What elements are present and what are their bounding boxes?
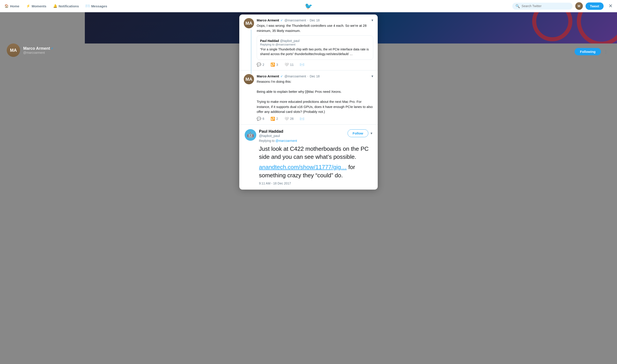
- nav-right: 🔍 M Tweet ✕: [512, 2, 613, 10]
- tweet-header-2: Marco Arment ✓ @marcoarment · Dec 18 ▾: [257, 74, 373, 78]
- quote-author-1: Paul Haddad: [260, 39, 279, 43]
- marco-avatar-image-1: MA: [244, 18, 254, 28]
- like-count-2: 26: [290, 117, 294, 120]
- like-button-2[interactable]: 🤍 26: [284, 117, 294, 121]
- tweet-button[interactable]: Tweet: [586, 2, 604, 10]
- tweet-content-1: Marco Arment ✓ @marcoarment · Dec 18 ▾ O…: [257, 18, 373, 67]
- like-icon-1: 🤍: [284, 63, 289, 67]
- reply-to-handle-link[interactable]: @marcoarment: [275, 139, 297, 143]
- twitter-logo[interactable]: 🐦: [305, 2, 312, 10]
- tweet-author-handle-2: @marcoarment: [284, 75, 306, 78]
- reply-icon-2: 💬: [257, 117, 261, 121]
- paul-tweet-link[interactable]: anandtech.com/show/11777/gig…: [259, 164, 347, 170]
- paul-tweet-text: Just look at C422 motherboards on the PC…: [259, 145, 372, 180]
- paul-avatar-image: 🤖: [245, 129, 256, 141]
- follow-button-paul[interactable]: Follow: [348, 129, 369, 137]
- quote-text-1: “For a single Thunderbolt chip with two …: [260, 47, 370, 56]
- like-count-1: 11: [290, 63, 294, 66]
- tweet-caret-2[interactable]: ▾: [371, 74, 373, 78]
- retweet-button-1[interactable]: 🔁 3: [270, 63, 278, 67]
- dm-icon-2: ✉️: [300, 117, 304, 121]
- messages-icon: ✉️: [85, 4, 90, 8]
- paul-reply-to: Replying to @marcoarment: [259, 139, 372, 143]
- tweet-date-1: Dec 18: [310, 18, 320, 22]
- paul-action-area: Follow ▾: [348, 129, 373, 137]
- modal-overlay: MA Marco Arment ✓ @marcoarment · Dec 18 …: [0, 12, 617, 364]
- tweet-author-name-2: Marco Arment: [257, 74, 279, 78]
- search-icon: 🔍: [515, 4, 520, 8]
- marco-avatar-image-2: MA: [244, 74, 254, 84]
- dm-button-1[interactable]: ✉️: [300, 63, 304, 67]
- tweet-author-handle-1: @marcoarment: [284, 18, 306, 22]
- retweet-icon-1: 🔁: [270, 63, 275, 67]
- tweet-verified-2: ✓: [280, 75, 283, 78]
- reply-button-1[interactable]: 💬 2: [257, 63, 264, 67]
- reply-to-label: Replying to: [259, 139, 275, 143]
- twitter-bird-icon: 🐦: [305, 3, 312, 10]
- tweet-thread-modal: MA Marco Arment ✓ @marcoarment · Dec 18 …: [239, 14, 378, 190]
- nav-home[interactable]: 🏠 Home: [4, 4, 19, 8]
- retweet-button-2[interactable]: 🔁 2: [270, 117, 278, 121]
- nav-home-label: Home: [10, 4, 19, 8]
- quote-box-1: Paul Haddad @tapbot_paul Replying to @ma…: [257, 36, 373, 60]
- tweet-text-2: Reasons I'm doing this: Being able to ex…: [257, 79, 373, 114]
- tweet-avatar-paul[interactable]: 🤖: [245, 129, 256, 141]
- nav-messages-label: Messages: [91, 4, 107, 8]
- nav-moments[interactable]: ⚡ Moments: [26, 4, 46, 8]
- paul-author-info: Paul Haddad @tapbot_paul: [259, 129, 283, 138]
- retweet-count-2: 2: [276, 117, 278, 120]
- like-button-1[interactable]: 🤍 11: [284, 63, 294, 67]
- user-avatar[interactable]: M: [575, 2, 583, 10]
- page-background: MA Marco Arment ✓ @marcoarment Following…: [0, 12, 617, 364]
- reply-icon-1: 💬: [257, 63, 261, 67]
- tweet-header-1: Marco Arment ✓ @marcoarment · Dec 18 ▾: [257, 18, 373, 22]
- notifications-icon: 🔔: [53, 4, 57, 8]
- thread-line-1: [251, 30, 251, 74]
- nav-moments-label: Moments: [32, 4, 46, 8]
- paul-handle: @tapbot_paul: [259, 134, 283, 138]
- nav-messages[interactable]: ✉️ Messages: [85, 4, 107, 8]
- tweet-caret-1[interactable]: ▾: [371, 18, 373, 22]
- tweet-text-line-3: Trying to make more educated predictions…: [257, 99, 373, 114]
- dm-icon-1: ✉️: [300, 63, 304, 67]
- tweet-text-line-1: Reasons I'm doing this:: [257, 79, 373, 84]
- paul-text-link-line: anandtech.com/show/11777/gig… for someth…: [259, 163, 372, 179]
- dm-button-2[interactable]: ✉️: [300, 117, 304, 121]
- search-box[interactable]: 🔍: [512, 3, 573, 10]
- tweet-avatar-marco-2[interactable]: MA: [244, 74, 254, 84]
- nav-left: 🏠 Home ⚡ Moments 🔔 Notifications ✉️ Mess…: [4, 4, 107, 8]
- tweet-author-2: Marco Arment ✓ @marcoarment · Dec 18: [257, 74, 320, 78]
- tweet-item-2: MA Marco Arment ✓ @marcoarment · Dec 18 …: [239, 70, 378, 125]
- top-navigation: 🏠 Home ⚡ Moments 🔔 Notifications ✉️ Mess…: [0, 0, 617, 12]
- reply-count-2: 6: [263, 117, 264, 120]
- search-input[interactable]: [522, 4, 569, 8]
- moments-icon: ⚡: [26, 4, 30, 8]
- tweet-text-line-2: Being able to explain better why [i]Mac …: [257, 89, 373, 94]
- tweet-item-1: MA Marco Arment ✓ @marcoarment · Dec 18 …: [239, 14, 378, 70]
- close-button[interactable]: ✕: [608, 3, 613, 9]
- tweet-content-2: Marco Arment ✓ @marcoarment · Dec 18 ▾ R…: [257, 74, 373, 121]
- retweet-icon-2: 🔁: [270, 117, 275, 121]
- paul-header: Paul Haddad @tapbot_paul Follow ▾: [259, 129, 372, 138]
- quote-reply-to-1: Replying to @marcoarment: [260, 43, 370, 46]
- tweet-text-1: Oops, I was wrong: the Thunderbolt contr…: [257, 23, 373, 33]
- tweet-item-paul: 🤖 Paul Haddad @tapbot_paul Follow ▾: [239, 125, 378, 190]
- tweet-verified-1: ✓: [280, 18, 283, 22]
- retweet-count-1: 3: [276, 63, 278, 66]
- home-icon: 🏠: [4, 4, 9, 8]
- tweet-content-paul: Paul Haddad @tapbot_paul Follow ▾ Replyi…: [259, 129, 372, 185]
- tweet-date-2: Dec 18: [310, 75, 320, 78]
- paul-timestamp: 9:11 AM - 18 Dec 2017: [259, 182, 372, 185]
- tweet-avatar-marco-1[interactable]: MA: [244, 18, 254, 28]
- nav-notifications[interactable]: 🔔 Notifications: [53, 4, 79, 8]
- reply-count-1: 2: [263, 63, 264, 66]
- tweet-actions-2: 💬 6 🔁 2 🤍 26 ✉️: [257, 117, 373, 121]
- paul-caret[interactable]: ▾: [371, 131, 372, 135]
- tweet-actions-1: 💬 2 🔁 3 🤍 11 ✉️: [257, 63, 373, 67]
- tweet-author-1: Marco Arment ✓ @marcoarment · Dec 18: [257, 18, 320, 22]
- reply-button-2[interactable]: 💬 6: [257, 117, 264, 121]
- quote-handle-1: @tapbot_paul: [280, 39, 299, 43]
- nav-notifications-label: Notifications: [59, 4, 79, 8]
- paul-display-name: Paul Haddad: [259, 129, 283, 134]
- avatar-image: M: [575, 2, 583, 10]
